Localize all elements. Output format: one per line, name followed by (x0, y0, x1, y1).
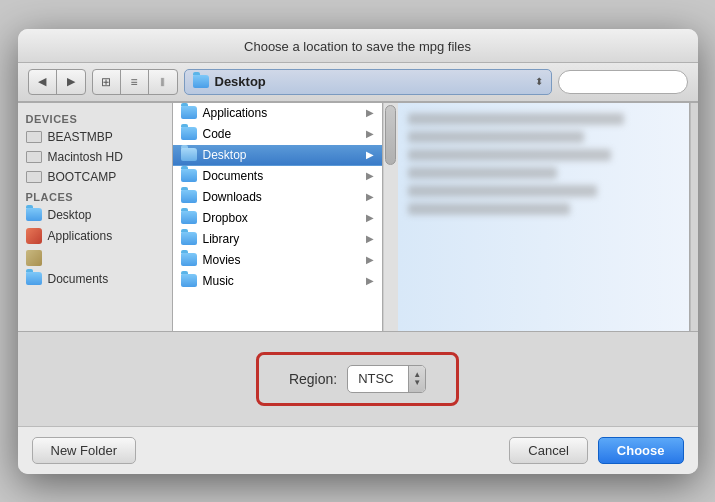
folder-item-dropbox[interactable]: Dropbox ▶ (173, 208, 382, 229)
forward-button[interactable]: ▶ (57, 70, 85, 94)
search-wrapper: 🔍 (558, 70, 688, 94)
folder-icon (181, 274, 197, 287)
desktop-contents (398, 103, 689, 231)
resize-handle[interactable] (690, 103, 698, 331)
folder-icon (181, 127, 197, 140)
sidebar-label-macintosh: Macintosh HD (48, 150, 123, 164)
folder-col-1: Applications ▶ Code ▶ Desktop ▶ (173, 103, 383, 331)
folder-item-documents[interactable]: Documents ▶ (173, 166, 382, 187)
places-header: PLACES (18, 187, 172, 205)
bottom-bar: New Folder Cancel Choose (18, 427, 698, 474)
folder-item-library[interactable]: Library ▶ (173, 229, 382, 250)
region-select-arrows-icon[interactable]: ▲ ▼ (408, 366, 425, 392)
sidebar-item-desktop[interactable]: Desktop (18, 205, 172, 225)
folder-item-movies[interactable]: Movies ▶ (173, 250, 382, 271)
arrow-icon: ▶ (366, 149, 374, 160)
drive-icon (26, 131, 42, 143)
folder-col-2 (398, 103, 690, 331)
sidebar-item-home[interactable] (18, 247, 172, 269)
sidebar-label-desktop: Desktop (48, 208, 92, 222)
search-input[interactable] (558, 70, 688, 94)
back-button[interactable]: ◀ (29, 70, 57, 94)
view-buttons: ⊞ ≡ ⦀ (92, 69, 178, 95)
applications-icon (26, 228, 42, 244)
folder-item-downloads[interactable]: Downloads ▶ (173, 187, 382, 208)
arrow-icon: ▶ (366, 233, 374, 244)
sidebar-item-bootcamp[interactable]: BOOTCAMP (18, 167, 172, 187)
drive-icon (26, 151, 42, 163)
view-list-button[interactable]: ≡ (121, 70, 149, 94)
new-folder-button[interactable]: New Folder (32, 437, 136, 464)
sidebar-label-bootcamp: BOOTCAMP (48, 170, 117, 184)
sidebar-item-documents[interactable]: Documents (18, 269, 172, 289)
sidebar: DEVICES BEASTMBP Macintosh HD BOOTCAMP P… (18, 103, 173, 331)
browser-area: DEVICES BEASTMBP Macintosh HD BOOTCAMP P… (18, 102, 698, 332)
folder-item-code[interactable]: Code ▶ (173, 124, 382, 145)
view-column-button[interactable]: ⦀ (149, 70, 177, 94)
arrow-icon: ▶ (366, 170, 374, 181)
choose-button[interactable]: Choose (598, 437, 684, 464)
location-name: Desktop (215, 74, 529, 89)
region-panel: Region: NTSC ▲ ▼ (18, 332, 698, 427)
folder-icon (181, 169, 197, 182)
dialog-title: Choose a location to save the mpg files (18, 29, 698, 63)
folder-icon-selected (181, 148, 197, 161)
folder-icon (181, 190, 197, 203)
sidebar-item-applications[interactable]: Applications (18, 225, 172, 247)
home-icon (26, 250, 42, 266)
sidebar-label-documents: Documents (48, 272, 109, 286)
toolbar: ◀ ▶ ⊞ ≡ ⦀ Desktop ⬍ 🔍 (18, 63, 698, 102)
arrow-icon: ▶ (366, 107, 374, 118)
cancel-button[interactable]: Cancel (509, 437, 587, 464)
location-dropdown[interactable]: Desktop ⬍ (184, 69, 552, 95)
scroll-thumb-1[interactable] (385, 105, 396, 165)
folder-icon (181, 232, 197, 245)
view-icon-button[interactable]: ⊞ (93, 70, 121, 94)
bottom-right-buttons: Cancel Choose (509, 437, 683, 464)
arrow-icon: ▶ (366, 212, 374, 223)
sidebar-item-beastmbp[interactable]: BEASTMBP (18, 127, 172, 147)
folder-icon (181, 253, 197, 266)
sidebar-label-applications: Applications (48, 229, 113, 243)
arrow-icon: ▶ (366, 191, 374, 202)
folder-icon (181, 211, 197, 224)
nav-buttons: ◀ ▶ (28, 69, 86, 95)
folder-item-music[interactable]: Music ▶ (173, 271, 382, 292)
dialog-title-text: Choose a location to save the mpg files (244, 39, 471, 54)
sidebar-item-macintosh[interactable]: Macintosh HD (18, 147, 172, 167)
drive-icon (26, 171, 42, 183)
docs-icon (26, 272, 42, 285)
region-value: NTSC (348, 368, 408, 389)
folder-columns: Applications ▶ Code ▶ Desktop ▶ (173, 103, 698, 331)
sidebar-label-beastmbp: BEASTMBP (48, 130, 113, 144)
save-dialog: Choose a location to save the mpg files … (18, 29, 698, 474)
location-arrows-icon: ⬍ (535, 76, 543, 87)
folder-list: Applications ▶ Code ▶ Desktop ▶ (173, 103, 382, 292)
folder-item-applications[interactable]: Applications ▶ (173, 103, 382, 124)
arrow-icon: ▶ (366, 254, 374, 265)
arrow-icon: ▶ (366, 275, 374, 286)
region-label: Region: (289, 371, 337, 387)
folder-item-desktop[interactable]: Desktop ▶ (173, 145, 382, 166)
region-select[interactable]: NTSC ▲ ▼ (347, 365, 426, 393)
scroll-track-1[interactable] (383, 103, 398, 331)
devices-header: DEVICES (18, 109, 172, 127)
desktop-icon (26, 208, 42, 221)
folder-icon (181, 106, 197, 119)
arrow-icon: ▶ (366, 128, 374, 139)
region-box: Region: NTSC ▲ ▼ (256, 352, 459, 406)
location-folder-icon (193, 75, 209, 88)
